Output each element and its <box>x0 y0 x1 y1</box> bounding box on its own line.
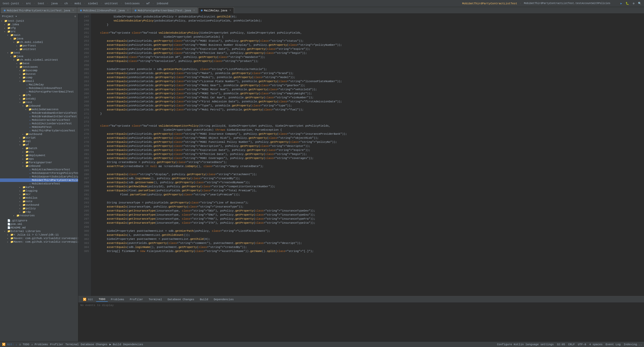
status-database[interactable]: Database Changes <box>81 343 108 346</box>
tree-node-test-junit[interactable]: ▾ 📁 test-junit <box>0 19 78 23</box>
tree-node-outbound-rest[interactable]: ▸ 📁 outbound <box>0 132 78 136</box>
tree-node-maven2[interactable]: ▸ 📁 Maven: com.github.virtualdiz:curvesa… <box>0 240 78 244</box>
tab-close[interactable]: × <box>73 9 74 12</box>
status-configure-kotlin[interactable]: Configure Kotlin language settings <box>497 343 554 346</box>
tab-close[interactable]: × <box>193 9 195 12</box>
top-bar-project[interactable]: test-junit <box>2 2 20 5</box>
top-bar-test[interactable]: test <box>37 2 45 5</box>
top-bar-search[interactable]: 🔍 <box>637 2 642 5</box>
tree-node-logging[interactable]: ▸ 📁 logging <box>0 189 78 193</box>
status-terminal[interactable]: Terminal <box>65 343 79 346</box>
tree-node-ch-mobi[interactable]: ▾ 📁 ch.mobi.siebel <box>0 40 78 44</box>
bottom-tab-problems[interactable]: Problems <box>108 297 127 302</box>
tree-node-inbound-wf[interactable]: ▾ 📁 inbound <box>0 164 78 168</box>
tree-node-breakdown-int[interactable]: ☕ MobiBreakdownIntServiceTest <box>0 115 78 118</box>
tree-node-mobikufe[interactable]: ☕ MOBIKUFETest <box>0 125 78 129</box>
bottom-tab-git[interactable]: 🔀 Git <box>80 297 96 302</box>
status-line-col[interactable]: 32:05 <box>557 343 565 346</box>
tree-node-java-main[interactable]: ▾ 📂 java <box>0 37 78 40</box>
tree-node-note[interactable]: ▸ 📁 note <box>0 200 78 203</box>
tree-node-comp[interactable]: ▸ 📁 comp <box>0 76 78 79</box>
bottom-tab-todo[interactable]: TODO <box>96 297 108 302</box>
tab-close[interactable]: × <box>230 9 231 12</box>
tree-node-third-party-services[interactable]: ☕ MobiThirdPartyServicesTest <box>0 129 78 132</box>
status-encoding[interactable]: UTF-8 <box>578 343 586 346</box>
tree-node-eps[interactable]: ▸ 📁 eps <box>0 157 78 161</box>
tree-node-mobiledataaccess[interactable]: ▸ 📁 mobiledataaccess <box>0 108 78 111</box>
tab-mobi-get-third[interactable]: MobiGetThirdPartyContractListTest.java × <box>1 7 77 13</box>
tree-node-intobj[interactable]: ▸ 📁 intobj <box>0 97 78 101</box>
code-content[interactable]: SiebelPropertySet psSubsidiaryPolicy = p… <box>91 14 644 296</box>
tree-node-cfg[interactable]: ▸ 📁 cfg <box>0 26 78 30</box>
tree-node-mobilus[interactable]: ▸ 📁 mobilus <box>0 196 78 200</box>
tree-node-email-inbound[interactable]: ☕ MobiEmailInboundTest <box>0 86 78 90</box>
top-bar-wf[interactable]: wf <box>146 2 151 5</box>
tree-node-foreignpartner[interactable]: ▸ 📁 foreignpartner <box>0 161 78 164</box>
tree-node-test[interactable]: ▾ 📁 test <box>0 51 78 55</box>
tree-node-resources[interactable]: ▸ 📁 resources <box>0 214 78 217</box>
tree-node-ei-action[interactable]: ☕ MobiEIActionServicesTest <box>0 122 78 125</box>
tree-node-rest[interactable]: ▾ 📁 rest <box>0 101 78 104</box>
top-bar-debug-button[interactable]: 🐛 <box>625 2 630 5</box>
tree-node-idea[interactable]: ▸ 📁 .idea <box>0 23 78 26</box>
tree-node-ea-upsert-subsidiary[interactable]: ☕ MobiEaUpsertSubsidiaryPolicyTest <box>0 175 78 178</box>
tree-node-external-libs[interactable]: ▾ 📁 External Libraries <box>0 229 78 233</box>
bottom-tab-database[interactable]: Database Changes <box>165 297 197 302</box>
tab-email-inbound[interactable]: MobiEmailInboundTest.java × <box>77 7 131 13</box>
tree-node-kafka[interactable]: ▸ 📁 kafka <box>0 186 78 189</box>
sidebar-header[interactable]: Project ▾ ⚙ <box>0 14 78 19</box>
tree-node-java-test[interactable]: ▾ 📂 java <box>0 55 78 58</box>
tab-foreign-partner[interactable]: MobiForeignPartnerEmailTest.java × <box>132 7 198 13</box>
top-bar-settings[interactable]: ⚙ <box>632 2 635 5</box>
tree-node-ea-upsert-foreign[interactable]: ☕ MobiEaUpsertForeignPolicyTest <box>0 171 78 175</box>
tree-node-attachment-score[interactable]: ☕ MobiAttachmentScoreTest <box>0 168 78 171</box>
status-line-sep[interactable]: CRLF <box>568 343 575 346</box>
tree-node-maven1[interactable]: ▸ 📁 Maven: com.github.virtualdiz:curvesa… <box>0 237 78 240</box>
tree-node-script[interactable]: ▸ 📁 script <box>0 136 78 140</box>
tree-node-breakdown-ext[interactable]: ☕ MobiBreakdownExtServiceTest <box>0 111 78 115</box>
top-bar-run-button[interactable]: ▶ <box>619 2 623 5</box>
bottom-tab-build[interactable]: Build <box>197 297 211 302</box>
top-bar-inbound[interactable]: inbound <box>155 2 169 5</box>
tree-node-foreign-partner[interactable]: ☕ MobiForeignPartnerEmailTest <box>0 90 78 94</box>
tree-node-policy[interactable]: ▸ 📁 policy <box>0 207 78 210</box>
tab-mail-relay[interactable]: MailRelay.java × <box>198 7 234 13</box>
tree-node-mcr[interactable]: ▸ 📁 mcr <box>0 193 78 196</box>
top-bar-src[interactable]: src <box>25 2 32 5</box>
tree-node-testcases[interactable]: ▾ 📁 testcases <box>0 65 78 69</box>
tree-node-java11[interactable]: ▸ 📁 < Julia-11 > C:\Java\jdk-11 <box>0 233 78 237</box>
tree-node-ifb[interactable]: ▸ 📁 ifb <box>0 94 78 97</box>
status-event-log[interactable]: Event Log <box>606 343 621 346</box>
tree-node-ch-unittest[interactable]: ▾ 📁 ch.mobi.siebel.unittest <box>0 58 78 62</box>
status-profiler[interactable]: Profiler <box>50 343 63 346</box>
tree-node-perftest[interactable]: ▸ 📁 perftest <box>0 44 78 48</box>
bottom-tab-profiler[interactable]: Profiler <box>127 297 146 302</box>
tree-node-rdp[interactable]: ▸ 📁 rdp <box>0 210 78 214</box>
tree-node-inbound-rest[interactable]: ▾ 📁 inbound <box>0 104 78 108</box>
tree-node-pom[interactable]: 📄 pom.xml <box>0 222 78 226</box>
top-bar-run-config[interactable]: MobiGetThirdPartyContractListTest.testAc… <box>523 2 611 5</box>
tree-node-get-third-party[interactable]: ☕ MobiGetThirdPartyContractListTest <box>0 178 78 182</box>
bottom-tab-terminal[interactable]: Terminal <box>146 297 164 302</box>
top-bar-mobi[interactable]: mobi <box>74 2 82 5</box>
status-indent[interactable]: 4 spaces <box>589 343 603 346</box>
tree-node-cts[interactable]: ▸ 📁 cts <box>0 150 78 154</box>
tree-node-note-score[interactable]: ☕ MobiNoteScoreTest <box>0 182 78 186</box>
top-bar-java[interactable]: java <box>50 2 59 5</box>
tab-close[interactable]: × <box>127 9 129 12</box>
status-dependencies[interactable]: Dependencies <box>123 343 143 346</box>
status-git[interactable]: 🔀 Git: ↓ <box>2 343 17 346</box>
tree-node-bussvc[interactable]: ▸ 📁 bussvc <box>0 72 78 76</box>
tree-node-gitignore[interactable]: 📄 .gitignore <box>0 219 78 222</box>
top-bar-testcases[interactable]: testcases <box>124 2 141 5</box>
top-bar-unittest[interactable]: unittest <box>104 2 119 5</box>
tree-node-src[interactable]: ▾ 📁 src <box>0 30 78 33</box>
tree-node-deployment[interactable]: ▸ 📁 deployment <box>0 154 78 157</box>
tree-node-buscomp[interactable]: ▸ 📁 buscomp <box>0 69 78 72</box>
tree-node-sql[interactable]: ▸ 📁 sql <box>0 140 78 143</box>
status-build[interactable]: ▶ Build <box>109 343 121 346</box>
status-todo[interactable]: ☑ TODO <box>19 343 29 346</box>
tree-node-wf[interactable]: ▾ 📁 wf <box>0 143 78 147</box>
tree-node-outbound-main[interactable]: ▸ 📁 outbound <box>0 203 78 207</box>
tree-node-unittest-main[interactable]: ▸ 📁 unittest <box>0 48 78 51</box>
